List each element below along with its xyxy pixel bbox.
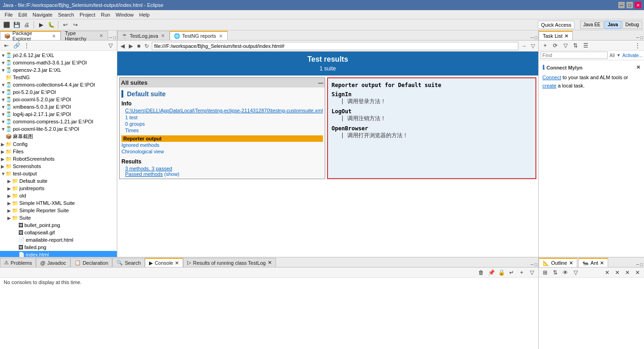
console-scroll-lock-icon[interactable]: 🔒 (497, 268, 506, 277)
menu-item-navigate[interactable]: Navigate (30, 12, 55, 18)
tree-item[interactable]: ▶📁Suite (0, 214, 117, 221)
mylyn-connect-link[interactable]: Connect (542, 75, 561, 80)
task-filter-icon[interactable]: ▽ (561, 41, 570, 50)
config-file-link[interactable]: C:\Users\DELL\AppData\Local\Temp\testng-… (125, 108, 323, 113)
refresh-button[interactable]: ↻ (143, 42, 150, 50)
outline-x2-icon[interactable]: ✕ (613, 268, 622, 277)
tab-task-list[interactable]: Task List ✕ (539, 31, 573, 40)
close-button[interactable]: ✕ (635, 2, 641, 8)
maximize-button[interactable]: □ (627, 2, 633, 8)
tree-item[interactable]: ▶📁old (0, 192, 117, 199)
tree-item[interactable]: ▼🫙commons-math3-3.6.1.jar E:\POI (0, 59, 117, 66)
menu-item-file[interactable]: File (2, 12, 16, 18)
task-sort-icon[interactable]: ⇅ (571, 41, 580, 50)
tab-javadoc[interactable]: @ Javadoc (36, 258, 70, 267)
passed-methods-link[interactable]: Passed methods (125, 171, 163, 177)
console-clear-icon[interactable]: 🗑 (477, 268, 486, 277)
menu-item-help[interactable]: Help (137, 12, 153, 18)
all-suites-collapse-button[interactable]: — (318, 80, 323, 86)
tree-item[interactable]: ▶📁Screenshots (0, 163, 117, 170)
back-button[interactable]: ◀ (119, 42, 126, 50)
outline-hide-icon[interactable]: 👁 (561, 268, 570, 277)
perspective-debug[interactable]: Debug (622, 21, 642, 29)
console-pin-icon[interactable]: 📌 (487, 268, 496, 277)
package-explorer-close[interactable]: ✕ (51, 34, 57, 39)
tab-testlog-java[interactable]: ☕ TestLog.java ✕ (117, 31, 170, 40)
all-filter-arrow[interactable]: ▼ (616, 53, 621, 58)
outline-minimize-icon[interactable]: ─ (636, 262, 639, 267)
outline-sort-icon[interactable]: ⇅ (551, 268, 560, 277)
forward-button[interactable]: ▶ (127, 42, 134, 50)
console-close[interactable]: ✕ (175, 260, 179, 266)
tree-item[interactable]: ▼🫙poi-ooxml-lite-5.2.0.jar E:\POI (0, 125, 117, 133)
tree-item[interactable]: ▶📁RobotScreenshots (0, 155, 117, 163)
tree-menu-icon[interactable]: ⋮ (22, 41, 31, 50)
editor-maximize-icon[interactable]: □ (535, 35, 537, 40)
task-list-close[interactable]: ✕ (564, 33, 569, 39)
ignored-methods-link[interactable]: Ignored methods (121, 142, 323, 148)
tree-item[interactable]: 🖼collapseall.gif (0, 229, 117, 236)
tree-item[interactable]: ▼🫙commons-compress-1.21.jar E:\POI (0, 118, 117, 125)
menu-item-window[interactable]: Window (113, 12, 136, 18)
menu-item-project[interactable]: Project (77, 12, 98, 18)
result-stats-link[interactable]: 3 methods, 3 passed (125, 166, 172, 171)
console-menu-icon[interactable]: ▽ (527, 268, 536, 277)
show-link[interactable]: (show) (164, 171, 179, 177)
outline-x4-icon[interactable]: ✕ (633, 268, 642, 277)
outline-collapse-icon[interactable]: ⊞ (540, 268, 550, 277)
tree-item[interactable]: 📦麻幕截图 (0, 133, 117, 140)
run-button[interactable]: ▶ (36, 20, 46, 29)
tree-item[interactable]: ▼🫙opencsv-2.3.jar E:\XL (0, 66, 117, 74)
browser-menu-icon[interactable]: ▽ (529, 42, 536, 50)
testlog-close[interactable]: ✕ (160, 33, 166, 38)
tree-item[interactable]: 📁TestNG (0, 74, 117, 81)
tab-package-explorer[interactable]: 📦 Package Explorer ✕ (0, 31, 61, 40)
tab-type-hierarchy[interactable]: Type Hierarchy ✕ (61, 31, 108, 40)
tree-item[interactable]: ▼🫙commons-collections4-4.4.jar E:\POI (0, 81, 117, 88)
tab-outline[interactable]: 📐 Outline ✕ (539, 258, 577, 267)
menu-item-search[interactable]: Search (55, 12, 77, 18)
menu-item-edit[interactable]: Edit (16, 12, 30, 18)
task-minimize-icon[interactable]: ─ (636, 35, 639, 40)
console-new-icon[interactable]: + (517, 268, 526, 277)
activate-link[interactable]: Activate... (622, 53, 643, 58)
results-close[interactable]: ✕ (268, 260, 272, 266)
tab-declaration[interactable]: 📋 Declaration (70, 258, 113, 267)
perspective-java[interactable]: Java (604, 21, 621, 29)
task-sync-icon[interactable]: ⟳ (551, 41, 560, 50)
undo-button[interactable]: ↩ (61, 20, 70, 29)
minimize-button[interactable]: ─ (618, 2, 625, 8)
editor-minimize-icon[interactable]: ─ (530, 35, 534, 40)
type-hierarchy-close[interactable]: ✕ (98, 33, 104, 38)
tree-item[interactable]: ▶📁Files (0, 148, 117, 155)
testng-close[interactable]: ✕ (218, 34, 224, 39)
mylyn-close[interactable]: ✕ (636, 64, 640, 70)
stats-times-link[interactable]: Times (125, 127, 323, 134)
new-button[interactable]: ⬛ (2, 20, 11, 29)
tree-item[interactable]: 🖼bullet_point.png (0, 221, 117, 229)
mylyn-create-link[interactable]: create (542, 83, 557, 88)
chronological-view-link[interactable]: Chronological view (121, 148, 323, 155)
tree-view-menu-icon[interactable]: ▽ (106, 41, 115, 50)
outline-filter-icon[interactable]: ▽ (571, 268, 580, 277)
debug-button[interactable]: 🐛 (46, 20, 56, 29)
collapse-all-icon[interactable]: ⇤ (2, 41, 11, 50)
task-menu-icon[interactable]: ⋮ (633, 41, 642, 50)
tree-item[interactable]: 🖼failed.png (0, 244, 117, 251)
tree-item[interactable]: ▶📁Config (0, 140, 117, 148)
task-new-icon[interactable]: + (540, 41, 550, 50)
link-with-editor-icon[interactable]: 🔗 (12, 41, 21, 50)
bottom-maximize-icon[interactable]: □ (535, 262, 537, 267)
tab-console[interactable]: ▶ Console ✕ (145, 258, 183, 267)
tree-item[interactable]: 📄emailable-report.html (0, 236, 117, 244)
stats-tests-link[interactable]: 1 test (125, 114, 323, 121)
maximize-panel-icon[interactable]: □ (113, 35, 116, 40)
stats-groups-link[interactable]: 0 groups (125, 121, 323, 127)
all-filter-label[interactable]: All (610, 53, 615, 58)
tree-item[interactable]: ▼🫙xmlbeans-5.0.3.jar E:\POI (0, 103, 117, 111)
minimize-panel-icon[interactable]: ─ (109, 35, 112, 40)
redo-button[interactable]: ↪ (71, 20, 80, 29)
tree-item[interactable]: ▶📁Simple Reporter Suite (0, 207, 117, 214)
task-maximize-icon[interactable]: □ (640, 35, 643, 40)
tab-testng-reports[interactable]: 🌐 TestNG reports ✕ (170, 31, 228, 40)
